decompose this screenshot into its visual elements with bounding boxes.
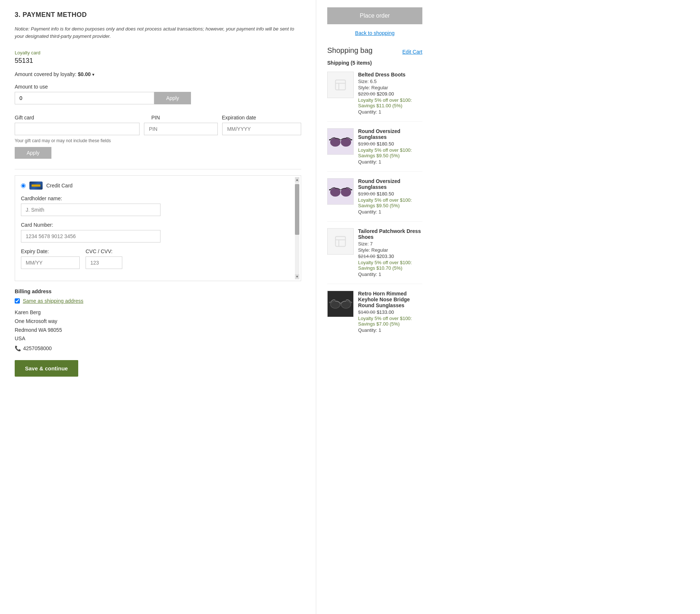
price-row: $140.00 $133.00 bbox=[358, 309, 422, 315]
billing-country: USA bbox=[15, 334, 301, 343]
credit-card-section: Credit Card Cardholder name: Card Number… bbox=[15, 175, 301, 281]
same-as-shipping-checkbox[interactable] bbox=[15, 298, 20, 304]
dropdown-arrow-icon[interactable]: ▾ bbox=[92, 72, 94, 77]
loyalty-savings: Loyalty 5% off over $100: Savings $11.00… bbox=[358, 97, 422, 108]
item-name: Retro Horn Rimmed Keyhole Nose Bridge Ro… bbox=[358, 291, 422, 308]
item-quantity: Quantity: 1 bbox=[358, 327, 422, 333]
svg-rect-4 bbox=[329, 139, 331, 140]
price-row: $190.00 $180.50 bbox=[358, 191, 422, 197]
amount-to-use-section: Amount to use Apply bbox=[15, 84, 301, 104]
cardholder-input[interactable] bbox=[21, 204, 160, 216]
cardholder-label: Cardholder name: bbox=[21, 195, 295, 201]
item-style: Style: Regular bbox=[358, 85, 422, 90]
cardholder-group: Cardholder name: bbox=[21, 195, 295, 216]
credit-card-icon bbox=[29, 182, 43, 190]
cart-item: Tailored Patchwork Dress Shoes Size: 7 S… bbox=[327, 228, 422, 284]
gift-hint: Your gift card may or may not include th… bbox=[15, 138, 301, 143]
card-number-input[interactable] bbox=[21, 230, 160, 243]
item-name: Belted Dress Boots bbox=[358, 72, 422, 78]
item-quantity: Quantity: 1 bbox=[358, 209, 422, 215]
scroll-down-arrow[interactable]: ▼ bbox=[295, 274, 299, 279]
scrollbar-track: ▲ ▼ bbox=[295, 177, 299, 279]
cvc-label: CVC / CVV: bbox=[86, 248, 112, 254]
item-details: Tailored Patchwork Dress Shoes Size: 7 S… bbox=[358, 228, 422, 277]
amount-row: Apply bbox=[15, 92, 301, 104]
save-continue-button[interactable]: Save & continue bbox=[15, 360, 78, 377]
loyalty-savings: Loyalty 5% off over $100: Savings $9.50 … bbox=[358, 147, 422, 158]
sale-price: $180.50 bbox=[377, 191, 394, 197]
loyalty-savings: Loyalty 5% off over $100: Savings $7.00 … bbox=[358, 316, 422, 327]
expiry-input[interactable] bbox=[21, 256, 80, 269]
amount-covered-value: $0.00 bbox=[78, 71, 91, 77]
gift-card-input[interactable] bbox=[15, 123, 140, 135]
expiration-input[interactable] bbox=[222, 123, 301, 135]
item-thumbnail bbox=[327, 291, 354, 317]
edit-cart-link[interactable]: Edit Cart bbox=[403, 49, 422, 55]
loyalty-number: 55131 bbox=[15, 57, 301, 65]
sale-price: $209.00 bbox=[377, 91, 394, 97]
item-thumbnail bbox=[327, 72, 354, 98]
payment-method-row: Credit Card bbox=[21, 182, 295, 190]
section-title: 3. PAYMENT METHOD bbox=[15, 11, 301, 19]
gift-field-labels: Gift card PIN Expiration date bbox=[15, 115, 301, 121]
phone-number: 4257058000 bbox=[23, 345, 52, 351]
phone-icon: 📞 bbox=[15, 345, 21, 351]
item-quantity: Quantity: 1 bbox=[358, 109, 422, 115]
loyalty-savings: Loyalty 5% off over $100: Savings $9.50 … bbox=[358, 197, 422, 208]
placeholder-image bbox=[328, 229, 353, 254]
item-quantity: Quantity: 1 bbox=[358, 272, 422, 277]
cart-item: Round Oversized Sunglasses $190.00 $180.… bbox=[327, 128, 422, 172]
expiry-cvc-row bbox=[21, 256, 295, 269]
price-row: $220.00 $209.00 bbox=[358, 91, 422, 97]
item-thumbnail bbox=[327, 228, 354, 255]
amount-covered-label: Amount covered by loyalty: bbox=[15, 71, 76, 77]
sidebar: Place order Back to shopping Shopping ba… bbox=[316, 0, 433, 614]
item-quantity: Quantity: 1 bbox=[358, 159, 422, 165]
amount-to-use-label: Amount to use bbox=[15, 84, 301, 90]
amount-input[interactable] bbox=[15, 92, 154, 104]
svg-rect-10 bbox=[351, 189, 352, 190]
credit-card-label: Credit Card bbox=[46, 183, 73, 188]
gift-card-section: Gift card PIN Expiration date Your gift … bbox=[15, 115, 301, 159]
place-order-button[interactable]: Place order bbox=[327, 7, 422, 24]
amount-covered: Amount covered by loyalty: $0.00 ▾ bbox=[15, 71, 301, 77]
billing-address: Karen Berg One Microsoft way Redmond WA … bbox=[15, 308, 301, 343]
item-name: Round Oversized Sunglasses bbox=[358, 178, 422, 190]
item-size: Size: 6.5 bbox=[358, 79, 422, 84]
cart-item: Round Oversized Sunglasses $190.00 $180.… bbox=[327, 178, 422, 222]
pin-label: PIN bbox=[151, 115, 217, 121]
shipping-label: Shipping (5 items) bbox=[327, 60, 422, 66]
notice-text: Notice: Payment info is for demo purpose… bbox=[15, 25, 301, 40]
credit-card-radio[interactable] bbox=[21, 183, 26, 188]
shopping-bag-title: Shopping bag bbox=[327, 46, 372, 55]
back-to-shopping-link[interactable]: Back to shopping bbox=[327, 30, 422, 36]
scrollbar-thumb[interactable] bbox=[295, 184, 299, 235]
loyalty-savings: Loyalty 5% off over $100: Savings $10.70… bbox=[358, 260, 422, 271]
item-details: Round Oversized Sunglasses $190.00 $180.… bbox=[358, 128, 422, 165]
loyalty-apply-button[interactable]: Apply bbox=[154, 92, 191, 104]
original-price: $220.00 bbox=[358, 91, 375, 97]
billing-address1: One Microsoft way bbox=[15, 317, 301, 326]
price-row: $214.00 $203.30 bbox=[358, 254, 422, 259]
gift-card-apply-button[interactable]: Apply bbox=[15, 147, 51, 159]
item-thumbnail bbox=[327, 128, 354, 155]
svg-rect-16 bbox=[350, 302, 352, 303]
item-thumbnail bbox=[327, 178, 354, 205]
item-details: Round Oversized Sunglasses $190.00 $180.… bbox=[358, 178, 422, 215]
item-details: Belted Dress Boots Size: 6.5 Style: Regu… bbox=[358, 72, 422, 115]
sidebar-header: Shopping bag Edit Cart bbox=[327, 46, 422, 57]
card-number-label: Card Number: bbox=[21, 222, 295, 228]
loyalty-label: Loyalty card bbox=[15, 50, 301, 55]
scroll-up-arrow[interactable]: ▲ bbox=[295, 177, 299, 182]
sale-price: $203.30 bbox=[377, 254, 394, 259]
item-name: Tailored Patchwork Dress Shoes bbox=[358, 228, 422, 240]
gift-card-label: Gift card bbox=[15, 115, 147, 121]
expiry-cvc-labels: Expiry Date: CVC / CVV: bbox=[21, 248, 295, 254]
divider bbox=[15, 169, 301, 169]
cart-item: Belted Dress Boots Size: 6.5 Style: Regu… bbox=[327, 72, 422, 122]
pin-input[interactable] bbox=[144, 123, 218, 135]
same-as-shipping-label[interactable]: Same as shipping address bbox=[23, 298, 83, 304]
cart-item: Retro Horn Rimmed Keyhole Nose Bridge Ro… bbox=[327, 291, 422, 340]
item-name: Round Oversized Sunglasses bbox=[358, 128, 422, 140]
cvc-input[interactable] bbox=[86, 256, 122, 269]
